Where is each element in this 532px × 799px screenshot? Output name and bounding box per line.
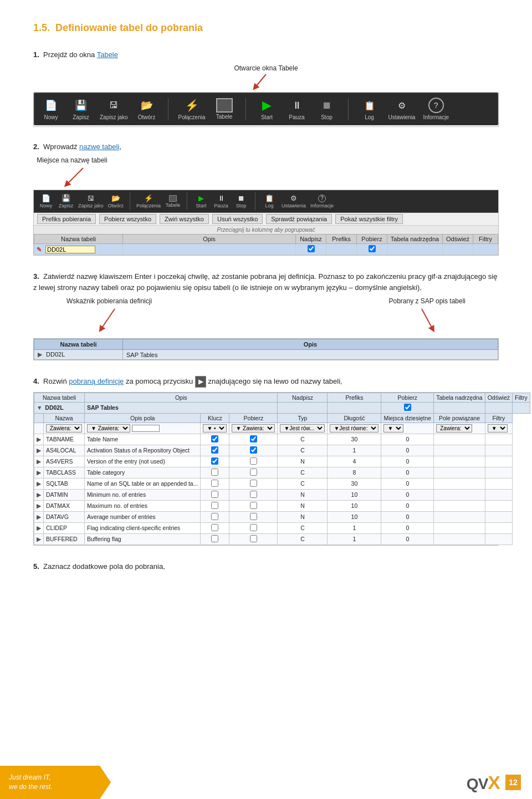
filt-pole[interactable]: Zawiera: [434,423,485,434]
cell-klucz[interactable] [201,478,229,489]
toolbar-start[interactable]: ▶ Start [256,98,278,120]
cell-pobierz[interactable] [229,478,278,489]
cell-expand[interactable]: ▶ [34,522,44,533]
cell-expand[interactable]: ▶ [34,533,44,544]
cell-pobierz[interactable] [229,522,278,533]
cell-expand[interactable]: ▶ [34,500,44,511]
filter-opis-input[interactable] [132,425,160,432]
toolbar-ustawienia[interactable]: ⚙ Ustawienia [388,98,416,120]
cell-klucz[interactable] [201,434,229,445]
cell-klucz[interactable] [201,500,229,511]
cell-klucz[interactable] [201,533,229,544]
btn-pobierz-wszystko[interactable]: Pobierz wszystko [99,214,156,224]
pobierz-check[interactable] [250,513,257,520]
tb2-zapisz-jako[interactable]: 🖫Zapisz jako [78,195,104,208]
cell-expand[interactable]: ▶ [34,434,44,445]
tabele-link[interactable]: Tabele [97,50,118,59]
cell-pobierz[interactable] [229,511,278,522]
expand-icon[interactable]: ▶ [38,351,42,358]
cell-pobierz[interactable] [229,500,278,511]
cell-expand[interactable]: ▶ [34,456,44,467]
klucz-check[interactable] [211,535,218,542]
klucz-check[interactable] [211,446,218,454]
btn-zwiin-wszystko[interactable]: Zwiń wszystko [160,214,209,224]
cell-pobierz[interactable] [229,533,278,544]
filt-filtry[interactable]: ▼ [485,423,512,434]
expand-button-icon[interactable]: ▶ [195,376,206,388]
tb2-start[interactable]: ▶Start [193,194,209,208]
tb2-polaczenia[interactable]: ⚡Połączenia [136,194,161,208]
nazwa-tabeli-link[interactable]: nazwę tabeli [79,143,119,151]
klucz-check[interactable] [211,502,218,509]
pobierz-check[interactable] [250,491,257,498]
klucz-check[interactable] [211,457,218,465]
filt-klucz[interactable]: ▼ • [201,423,229,434]
pobierz-check[interactable] [250,480,257,487]
cell-pobierz[interactable] [229,434,278,445]
cell-klucz[interactable] [201,511,229,522]
check-nadpisz[interactable] [308,245,315,252]
tb2-tabele[interactable]: Tabele [165,195,181,208]
filter-filt-select[interactable]: ▼ [488,424,508,432]
toolbar-stop[interactable]: ⏹ Stop [316,98,338,120]
btn-prefiks-pobierania[interactable]: Prefiks pobierania [37,214,96,224]
filter-pole-select[interactable]: Zawiera: [436,424,472,432]
pobierz-check[interactable] [250,469,257,476]
cell-pobierz[interactable] [229,445,278,456]
pobierz-check[interactable] [250,524,257,531]
cell-expand[interactable]: ▶ [34,445,44,456]
cell-klucz[interactable] [201,467,229,478]
cell-expand[interactable]: ▶ [34,511,44,522]
filter-typ-select[interactable]: ▼Jest rów... [280,424,325,432]
klucz-check[interactable] [211,480,218,487]
tb2-zapisz[interactable]: 💾Zapisz [58,194,74,208]
btn-pokaz-filtry[interactable]: Pokaż wszystkie filtry [335,214,403,224]
cell-pobierz[interactable] [229,456,278,467]
pobierz-check[interactable] [250,446,257,454]
pobrana-definicja-link[interactable]: pobraną definicję [69,377,124,385]
toolbar-pauza[interactable]: ⏸ Pauza [286,98,308,120]
tb2-informacje[interactable]: ?Informacje [310,195,334,208]
toolbar-log[interactable]: 📋 Log [359,98,381,120]
pobierz-check[interactable] [250,457,257,465]
pobierz-check[interactable] [250,435,257,442]
cell-pobierz[interactable] [229,489,278,500]
cell-expand[interactable]: ▶ [34,478,44,489]
toolbar-otworz[interactable]: 📂 Otwórz [136,98,158,120]
klucz-check[interactable] [211,435,218,442]
toolbar-zapisz[interactable]: 💾 Zapisz [70,98,92,120]
tb2-otworz[interactable]: 📂Otwórz [108,194,124,208]
toolbar-new[interactable]: 📄 Nowy [40,98,62,120]
cell-klucz[interactable] [201,456,229,467]
nazwa-tabeli-input[interactable] [45,246,95,253]
tb2-stop[interactable]: ⏹Stop [233,194,249,208]
cell-expand[interactable]: ▶ [34,489,44,500]
tb2-pauza[interactable]: ⏸Pauza [213,194,229,208]
toolbar-informacje[interactable]: ? Informacje [423,98,449,120]
btn-sprawdz-powiazania[interactable]: Sprawdź powiązania [266,214,332,224]
filter-opis-select[interactable]: ▼ Zawiera: [87,424,130,432]
check-pobierz[interactable] [369,245,376,252]
filt-pobierz[interactable]: ▼ Zawiera: [229,423,278,434]
cell-klucz[interactable] [201,489,229,500]
pobierz-check[interactable] [250,502,257,509]
klucz-check[interactable] [211,491,218,498]
cell-klucz[interactable] [201,522,229,533]
klucz-check[interactable] [211,524,218,531]
filter-nazwa-select[interactable]: Zawiera: [46,424,82,432]
klucz-check[interactable] [211,513,218,520]
filt-dlugosc[interactable]: ▼Jest równe: [328,423,381,434]
pobierz-check[interactable] [250,535,257,542]
filt-nazwa[interactable]: Zawiera: [44,423,85,434]
cell-pobierz[interactable] [229,467,278,478]
filt-opis[interactable]: ▼ Zawiera: [85,423,201,434]
group-pobierz-check[interactable] [404,404,411,411]
toolbar-tabele[interactable]: Tabele [213,98,236,120]
filt-typ[interactable]: ▼Jest rów... [278,423,328,434]
btn-usun-wszystko[interactable]: Usuń wszystko [212,214,263,224]
toolbar-polaczenia[interactable]: ⚡ Połączenia [178,98,206,120]
tb2-ustawienia[interactable]: ⚙Ustawienia [282,194,306,208]
cell-klucz[interactable] [201,445,229,456]
filter-pobierz-select[interactable]: ▼ Zawiera: [232,424,275,432]
filter-dl-select[interactable]: ▼Jest równe: [330,424,378,432]
